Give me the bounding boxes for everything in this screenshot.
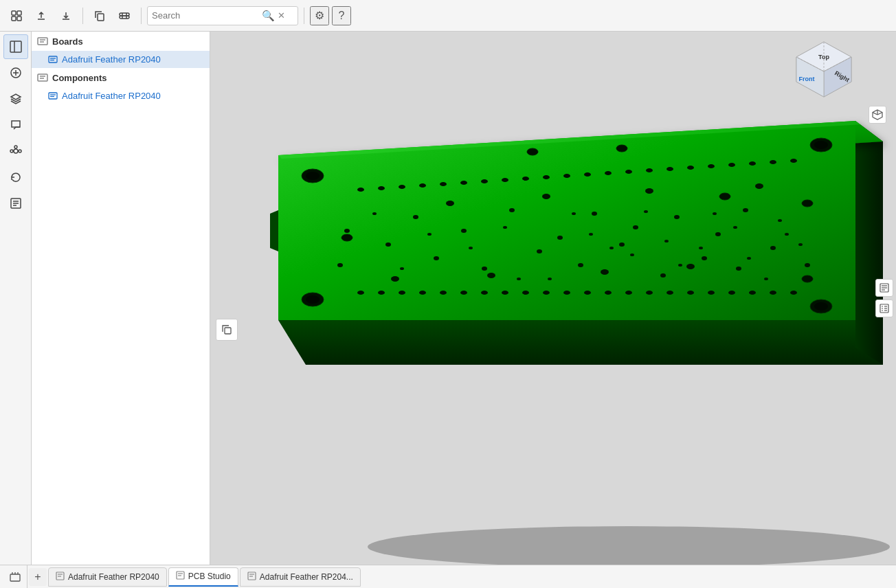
svg-point-131 xyxy=(686,264,695,269)
svg-point-130 xyxy=(601,269,609,275)
link-button[interactable] xyxy=(113,5,135,27)
boards-section-header[interactable]: Boards xyxy=(32,32,210,51)
svg-point-120 xyxy=(719,193,730,200)
viewport[interactable]: Top Right Front xyxy=(210,32,896,565)
add-node-button[interactable] xyxy=(3,60,28,85)
svg-point-72 xyxy=(770,160,776,164)
svg-point-66 xyxy=(646,168,653,172)
icon-rail xyxy=(0,32,32,565)
tab-icon-1 xyxy=(56,572,65,583)
svg-point-115 xyxy=(385,242,391,247)
clear-search-icon[interactable]: ✕ xyxy=(278,10,285,21)
search-input[interactable] xyxy=(152,10,262,21)
help-button[interactable]: ? xyxy=(332,6,351,25)
svg-point-64 xyxy=(605,171,612,175)
svg-point-149 xyxy=(644,210,648,213)
panel-toggle-button[interactable] xyxy=(3,34,28,59)
svg-point-86 xyxy=(605,291,612,295)
svg-point-132 xyxy=(427,233,432,236)
svg-point-150 xyxy=(678,264,682,267)
svg-point-96 xyxy=(413,215,418,219)
svg-point-48 xyxy=(306,295,320,304)
svg-point-92 xyxy=(728,291,735,295)
svg-point-93 xyxy=(749,291,756,295)
svg-point-63 xyxy=(584,172,591,177)
layers-button[interactable] xyxy=(3,87,28,111)
svg-line-167 xyxy=(873,113,877,115)
svg-point-46 xyxy=(814,141,828,149)
bottom-left-icon[interactable] xyxy=(3,565,27,589)
svg-point-133 xyxy=(469,247,473,249)
search-icon[interactable]: 🔍 xyxy=(262,10,275,22)
svg-point-113 xyxy=(770,246,776,250)
connections-button[interactable] xyxy=(3,139,28,163)
svg-point-153 xyxy=(778,219,782,222)
new-tab-button[interactable]: + xyxy=(29,568,47,586)
tab-label-3: Adafruit Feather RP204... xyxy=(260,572,353,582)
floating-copy-button[interactable] xyxy=(216,319,238,341)
upload-button[interactable] xyxy=(30,5,52,27)
properties-button[interactable] xyxy=(875,279,893,297)
svg-point-152 xyxy=(747,257,751,260)
history-button[interactable] xyxy=(3,165,28,190)
board-item-label: Adafruit Feather RP2040 xyxy=(62,54,161,65)
download-button[interactable] xyxy=(55,5,77,27)
svg-point-110 xyxy=(660,273,666,278)
component-item-feather[interactable]: Adafruit Feather RP2040 xyxy=(32,87,210,104)
board-item-feather[interactable]: Adafruit Feather RP2040 xyxy=(32,51,210,68)
svg-point-57 xyxy=(460,181,467,185)
svg-point-15 xyxy=(14,146,17,148)
svg-point-76 xyxy=(399,291,405,295)
svg-point-119 xyxy=(616,145,627,152)
svg-point-50 xyxy=(814,302,828,310)
separator-3 xyxy=(304,8,304,24)
svg-rect-3 xyxy=(17,16,21,21)
comments-button[interactable] xyxy=(3,113,28,137)
svg-point-59 xyxy=(502,178,508,182)
components-section-header[interactable]: Components xyxy=(32,68,210,87)
copy-button[interactable] xyxy=(89,5,111,27)
svg-point-100 xyxy=(592,212,597,216)
svg-point-74 xyxy=(357,291,364,295)
toolbar: 🔍 ✕ ⚙ ? xyxy=(0,0,896,32)
svg-point-54 xyxy=(399,185,405,189)
svg-point-97 xyxy=(461,229,467,233)
svg-point-88 xyxy=(646,291,653,295)
settings-button[interactable]: ⚙ xyxy=(310,6,329,25)
svg-point-107 xyxy=(537,249,542,253)
components-label: Components xyxy=(52,73,107,83)
svg-point-87 xyxy=(625,291,632,295)
svg-point-17 xyxy=(10,150,13,152)
svg-point-139 xyxy=(699,247,703,249)
svg-rect-6 xyxy=(120,16,129,19)
svg-point-151 xyxy=(713,212,717,215)
svg-point-141 xyxy=(764,278,768,280)
svg-point-104 xyxy=(743,208,748,212)
component-item-icon xyxy=(48,91,58,101)
svg-rect-9 xyxy=(10,41,21,52)
svg-point-79 xyxy=(460,291,467,295)
svg-point-37 xyxy=(368,526,890,565)
inspector-button[interactable] xyxy=(875,299,893,317)
menu-button[interactable] xyxy=(5,5,27,27)
view-cube-button[interactable] xyxy=(869,106,886,124)
svg-point-138 xyxy=(664,240,669,242)
tab-pcb-studio[interactable]: PCB Studio xyxy=(168,567,238,587)
bom-button[interactable] xyxy=(3,191,28,216)
tab-icon-3 xyxy=(247,572,256,583)
svg-rect-0 xyxy=(12,11,16,15)
tab-feather-1[interactable]: Adafruit Feather RP2040 xyxy=(48,567,167,587)
tab-feather-3[interactable]: Adafruit Feather RP204... xyxy=(240,567,361,587)
svg-point-44 xyxy=(306,172,320,180)
svg-rect-28 xyxy=(49,56,57,63)
svg-point-56 xyxy=(440,182,447,186)
component-item-label: Adafruit Feather RP2040 xyxy=(62,91,161,101)
svg-point-109 xyxy=(619,242,625,247)
svg-point-83 xyxy=(543,291,550,295)
nav-cube[interactable]: Top Right Front xyxy=(793,38,855,100)
svg-point-69 xyxy=(708,164,715,168)
svg-point-112 xyxy=(736,267,741,271)
svg-point-68 xyxy=(687,166,694,170)
svg-point-118 xyxy=(527,148,538,155)
svg-point-98 xyxy=(509,208,515,212)
